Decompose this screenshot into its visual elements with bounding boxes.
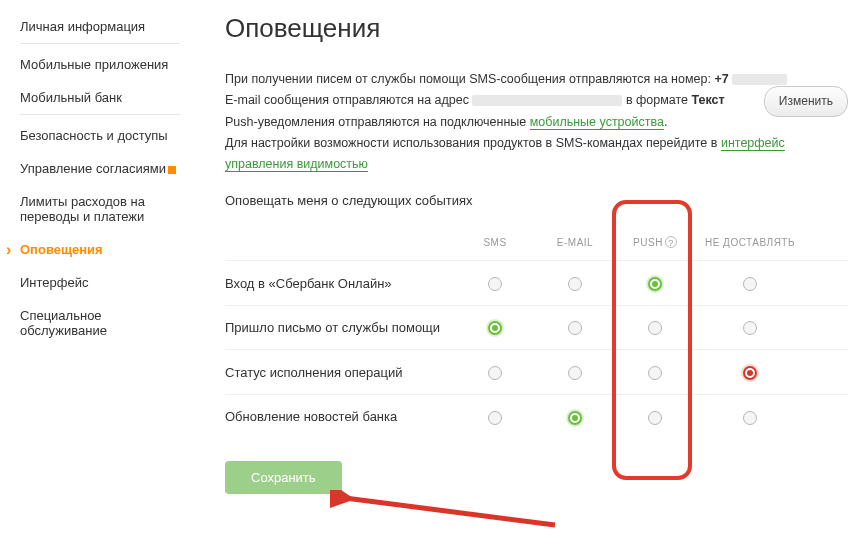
sidebar-item-notifications[interactable]: Оповещения [20,233,180,266]
help-icon[interactable]: ? [665,236,677,248]
sidebar-item-security[interactable]: Безопасность и доступы [20,119,180,152]
sidebar-item-personal[interactable]: Личная информация [20,10,180,44]
row-label: Пришло письмо от службы помощи [225,320,455,335]
sidebar-item-label: Личная информация [20,19,145,34]
radio-none[interactable] [743,411,757,425]
redacted-phone [732,74,787,85]
redacted-email [472,95,622,106]
radio-none[interactable] [743,277,757,291]
row-label: Обновление новостей банка [225,409,455,424]
save-button[interactable]: Сохранить [225,461,342,494]
table-row: Обновление новостей банка [225,394,848,439]
radio-email[interactable] [568,366,582,380]
radio-sms[interactable] [488,277,502,291]
sidebar-item-label: Управление согласиями [20,161,166,176]
page-title: Оповещения [225,13,848,44]
mobile-devices-link[interactable]: мобильные устройства [530,115,664,130]
sidebar-item-label: Лимиты расходов на переводы и платежи [20,194,145,224]
row-label: Вход в «Сбербанк Онлайн» [225,276,455,291]
radio-none[interactable] [743,321,757,335]
col-email: E-MAIL [535,237,615,248]
table-row: Вход в «Сбербанк Онлайн» [225,260,848,305]
radio-push[interactable] [648,366,662,380]
badge-icon [168,166,176,174]
info-text: . [664,115,667,129]
info-text: Для настройки возможности использования … [225,136,721,150]
row-label: Статус исполнения операций [225,365,455,380]
main-content: Оповещения При получении писем от службы… [195,0,868,504]
radio-email[interactable] [568,411,582,425]
info-text: в формате [622,93,691,107]
sidebar-item-label: Мобильные приложения [20,57,168,72]
sidebar-item-apps[interactable]: Мобильные приложения [20,48,180,81]
col-none: НЕ ДОСТАВЛЯТЬ [695,237,805,248]
table-row: Статус исполнения операций [225,349,848,394]
radio-push[interactable] [648,321,662,335]
radio-sms[interactable] [488,411,502,425]
sidebar-item-consents[interactable]: Управление согласиями [20,152,180,185]
radio-email[interactable] [568,321,582,335]
info-text: Push-уведомления отправляются на подключ… [225,115,530,129]
col-push: PUSH? [615,236,695,248]
radio-push[interactable] [648,277,662,291]
table-header: SMS E-MAIL PUSH? НЕ ДОСТАВЛЯТЬ [225,228,848,260]
notifications-table: SMS E-MAIL PUSH? НЕ ДОСТАВЛЯТЬ Вход в «С… [225,228,848,438]
phone-prefix: +7 [714,72,728,86]
sidebar-item-label: Специальное обслуживание [20,308,107,338]
radio-sms[interactable] [488,321,502,335]
format-label: Текст [692,93,725,107]
info-text: E-mail сообщения отправляются на адрес [225,93,472,107]
info-block: При получении писем от службы помощи SMS… [225,69,848,175]
sidebar-item-mobile-bank[interactable]: Мобильный банк [20,81,180,115]
radio-none[interactable] [743,366,757,380]
sidebar-item-interface[interactable]: Интерфейс [20,266,180,299]
col-sms: SMS [455,237,535,248]
change-button[interactable]: Изменить [764,86,848,116]
table-row: Пришло письмо от службы помощи [225,305,848,350]
sidebar-item-label: Оповещения [20,242,103,257]
events-subtitle: Оповещать меня о следующих событиях [225,193,848,208]
info-text: При получении писем от службы помощи SMS… [225,72,714,86]
sidebar-item-label: Интерфейс [20,275,88,290]
radio-email[interactable] [568,277,582,291]
sidebar-item-label: Безопасность и доступы [20,128,168,143]
sidebar-item-label: Мобильный банк [20,90,122,105]
sidebar: Личная информация Мобильные приложения М… [0,0,195,504]
radio-sms[interactable] [488,366,502,380]
sidebar-item-special[interactable]: Специальное обслуживание [20,299,180,347]
sidebar-item-limits[interactable]: Лимиты расходов на переводы и платежи [20,185,180,233]
radio-push[interactable] [648,411,662,425]
